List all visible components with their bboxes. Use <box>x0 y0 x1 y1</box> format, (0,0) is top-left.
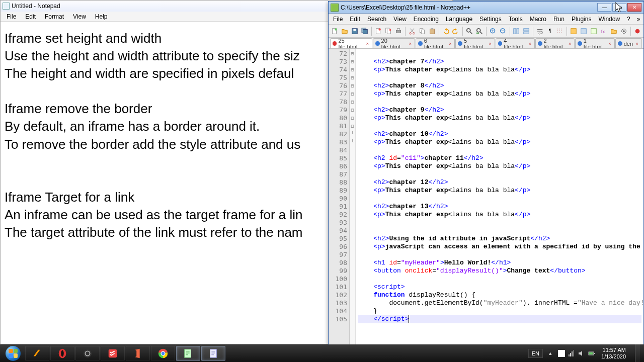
tray-clock[interactable]: 11:57 AM 1/13/2020 <box>601 347 626 359</box>
tab-den[interactable]: den× <box>615 38 642 48</box>
sync-v-icon[interactable] <box>512 27 521 36</box>
npp-menu-macro[interactable]: Macro <box>526 15 550 24</box>
tab-5-file-html[interactable]: 5 file.html× <box>455 38 495 48</box>
npp-menu-run[interactable]: Run <box>550 15 568 24</box>
monitor-icon[interactable] <box>619 27 628 36</box>
save-icon[interactable] <box>350 27 359 36</box>
tab-4-file-html[interactable]: 4 file.html× <box>496 38 535 48</box>
npp-menu-window[interactable]: Window <box>595 15 623 24</box>
tab-close-icon[interactable]: × <box>408 41 413 46</box>
taskbar-app-chrome[interactable] <box>151 346 175 361</box>
taskbar-app-winamp[interactable] <box>25 346 49 361</box>
tray-power-icon[interactable] <box>588 350 595 357</box>
tab-label: den <box>624 41 633 47</box>
copy-icon[interactable] <box>418 27 427 36</box>
show-desktop-button[interactable] <box>635 344 640 362</box>
maximize-button[interactable]: ▭ <box>612 3 626 12</box>
tab-close-icon[interactable]: × <box>607 41 612 46</box>
close-all-icon[interactable] <box>384 27 393 36</box>
tab-6-file-html[interactable]: 6 file.html× <box>416 38 455 48</box>
minimize-button[interactable]: — <box>597 3 611 12</box>
lang-udef-icon[interactable] <box>569 27 578 36</box>
tray-flag-icon[interactable] <box>558 350 565 357</box>
tab-close-icon[interactable]: × <box>568 41 572 46</box>
new-file-icon[interactable] <box>330 27 339 36</box>
tray-language[interactable]: EN <box>528 349 543 358</box>
npp-menu-plugins[interactable]: Plugins <box>568 15 595 24</box>
taskbar-app-notepad[interactable] <box>201 346 225 361</box>
tab-20-file-html[interactable]: 20 file.html× <box>373 38 415 48</box>
tab-25-file-html[interactable]: 25 file.html× <box>330 38 372 48</box>
svg-rect-29 <box>581 28 587 34</box>
record-macro-icon[interactable] <box>633 27 642 36</box>
paste-icon[interactable] <box>428 27 437 36</box>
taskbar-app-obs[interactable] <box>75 346 100 361</box>
tray-network-icon[interactable] <box>568 350 575 357</box>
npp-menu-tools[interactable]: Tools <box>505 15 526 24</box>
undo-icon[interactable] <box>441 27 450 36</box>
fold-column[interactable]: ⊟ ⊟ ⊟ ⊟ ⊟ ⊟ ⊟ ⊟ ⊟ ⊟ └ └ <box>350 49 356 345</box>
taskbar-app-office[interactable] <box>126 346 150 361</box>
npp-menu-view[interactable]: View <box>390 15 410 24</box>
indent-guide-icon[interactable] <box>555 27 565 36</box>
zoom-out-icon[interactable] <box>499 27 508 36</box>
npp-menu-edit[interactable]: Edit <box>346 15 364 24</box>
notepad-menu-format[interactable]: Format <box>41 12 68 21</box>
tab-close-icon[interactable]: × <box>634 41 639 46</box>
tray-chevron-up-icon[interactable]: ▴ <box>549 350 552 356</box>
npp-menu-encoding[interactable]: Encoding <box>410 15 442 24</box>
taskbar-app-opera[interactable] <box>50 346 74 361</box>
svg-rect-18 <box>431 28 433 29</box>
tab-2-file-html[interactable]: 2 file.html× <box>535 38 575 48</box>
svg-rect-21 <box>476 32 478 34</box>
open-file-icon[interactable] <box>340 27 349 36</box>
tab-label: 5 file.html <box>464 38 486 49</box>
sync-h-icon[interactable] <box>522 27 531 36</box>
menu-overflow-icon[interactable]: » <box>634 15 643 24</box>
notepad-menu-view[interactable]: View <box>69 12 90 21</box>
svg-rect-48 <box>570 353 571 356</box>
redo-icon[interactable] <box>451 27 460 36</box>
notepad-menu-file[interactable]: File <box>3 12 20 21</box>
doc-list-icon[interactable] <box>589 27 598 36</box>
tab-close-icon[interactable]: × <box>448 41 452 46</box>
svg-rect-27 <box>524 31 529 33</box>
taskbar-app-todoist[interactable] <box>101 346 125 361</box>
zoom-in-icon[interactable] <box>489 27 498 36</box>
close-file-icon[interactable] <box>374 27 383 36</box>
cut-icon[interactable] <box>408 27 417 36</box>
taskbar-app-notepadpp[interactable] <box>176 346 200 361</box>
all-chars-icon[interactable]: ¶ <box>545 27 554 36</box>
tab-close-icon[interactable]: × <box>488 41 492 46</box>
folder-icon[interactable] <box>609 27 618 36</box>
npp-titlebar[interactable]: C:\Users\Excel\Desktop\25 file.html - No… <box>329 2 643 14</box>
notepad-menu-help[interactable]: Help <box>91 12 112 21</box>
replace-icon[interactable] <box>475 27 484 36</box>
tab-close-icon[interactable]: × <box>528 41 532 46</box>
doc-map-icon[interactable] <box>579 27 588 36</box>
svg-rect-53 <box>589 352 593 354</box>
notepad-menu-edit[interactable]: Edit <box>21 12 40 21</box>
tab-status-icon <box>458 41 462 46</box>
func-list-icon[interactable]: fx <box>599 27 608 36</box>
tab-status-icon <box>375 41 379 46</box>
tab-close-icon[interactable]: × <box>365 41 370 46</box>
npp-menu-language[interactable]: Language <box>442 15 476 24</box>
code-area[interactable]: <h2>chapter 7</h2> <p>This chapter exp<l… <box>356 49 643 345</box>
save-all-icon[interactable] <box>360 27 369 36</box>
print-icon[interactable] <box>394 27 403 36</box>
wordwrap-icon[interactable] <box>535 27 544 36</box>
npp-menu-settings[interactable]: Settings <box>476 15 505 24</box>
code-editor[interactable]: 72 73 74 75 76 77 78 79 80 81 82 83 84 8… <box>329 49 643 345</box>
close-button[interactable]: ✕ <box>627 3 641 12</box>
find-icon[interactable] <box>465 27 474 36</box>
start-button[interactable] <box>2 346 24 361</box>
npp-menu-file[interactable]: File <box>330 15 346 24</box>
npp-menu-search[interactable]: Search <box>364 15 390 24</box>
notepadpp-window: C:\Users\Excel\Desktop\25 file.html - No… <box>328 1 644 346</box>
npp-toolbar: ¶ fx <box>329 25 643 38</box>
tab-1-file-html[interactable]: 1 file.html× <box>575 38 614 48</box>
tray-volume-icon[interactable] <box>578 350 585 357</box>
svg-rect-25 <box>517 28 519 34</box>
npp-menu-[interactable]: ? <box>623 15 634 24</box>
